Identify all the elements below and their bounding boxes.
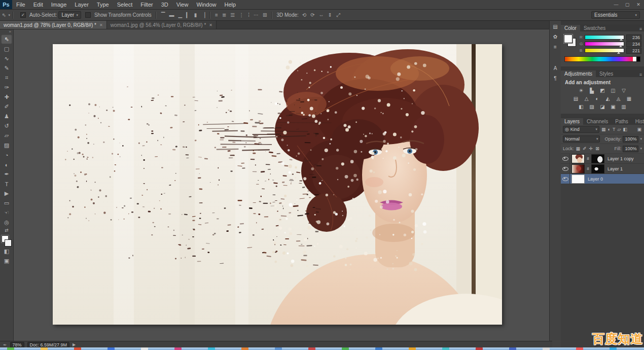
- restore-button[interactable]: ▢: [622, 0, 633, 9]
- pen-tool[interactable]: ✒: [1, 169, 12, 179]
- status-play-icon[interactable]: ▶: [73, 342, 76, 347]
- distribute-bottom-edges-icon[interactable]: ☰: [228, 12, 237, 18]
- document-tab-2[interactable]: woman1.jpg @ 56.4% (Layer 0, RGB/8#) *✕: [107, 21, 217, 29]
- auto-select-checkbox[interactable]: ✓: [20, 12, 26, 18]
- auto-align-layers-icon[interactable]: ⊞: [261, 12, 269, 18]
- lock-all-icon[interactable]: ⊠: [595, 146, 600, 151]
- layer-visibility-cell[interactable]: [561, 164, 570, 173]
- invert-icon[interactable]: ◧: [577, 103, 586, 110]
- posterize-icon[interactable]: ▨: [588, 103, 596, 110]
- filter-pixel-layers-icon[interactable]: ▦: [601, 127, 606, 132]
- taskbar-app-icon[interactable]: [576, 347, 583, 350]
- layer-thumbnail[interactable]: [571, 174, 585, 184]
- distribute-vertical-centers-icon[interactable]: ≣: [220, 12, 228, 18]
- taskbar-app-icon[interactable]: [241, 347, 248, 350]
- menu-view[interactable]: View: [172, 0, 193, 9]
- taskbar-app-icon[interactable]: [308, 347, 315, 350]
- spot-healing-brush-tool[interactable]: ✚: [1, 92, 12, 102]
- photo-filter-icon[interactable]: ◭: [603, 95, 612, 102]
- slider-track[interactable]: [585, 48, 624, 53]
- clone-stamp-tool[interactable]: ♟: [1, 112, 12, 121]
- layer-filter-toggle[interactable]: ▣: [636, 127, 642, 132]
- white-swatch[interactable]: [633, 57, 636, 61]
- layer-thumbnail[interactable]: [571, 164, 585, 173]
- black-white-icon[interactable]: ◐: [593, 95, 601, 102]
- vibrance-icon[interactable]: ▽: [620, 87, 628, 94]
- taskbar-app-icon[interactable]: [509, 347, 516, 350]
- quick-selection-tool[interactable]: ✎: [1, 63, 12, 73]
- opacity-value[interactable]: 100%: [623, 136, 638, 143]
- slider-handle[interactable]: [617, 52, 620, 54]
- path-selection-tool[interactable]: ▶: [1, 189, 12, 198]
- taskbar-app-icon[interactable]: [41, 347, 48, 350]
- color-balance-icon[interactable]: △: [582, 95, 591, 102]
- history-panel-icon[interactable]: ▤: [551, 22, 560, 31]
- panel-menu-icon[interactable]: ≡: [639, 26, 644, 31]
- styles-panel-icon[interactable]: ✿: [551, 32, 560, 41]
- eye-icon[interactable]: [562, 177, 568, 181]
- layers-tab-paths[interactable]: Paths: [612, 118, 632, 125]
- adjustments-tab-adjustments[interactable]: Adjustments: [561, 71, 596, 77]
- workspace-switcher[interactable]: Essentials ▾: [591, 11, 640, 19]
- filter-smart-objects-icon[interactable]: ◧: [622, 127, 628, 132]
- levels-icon[interactable]: ▙: [588, 87, 596, 94]
- menu-select[interactable]: Select: [113, 0, 137, 9]
- pasteboard[interactable]: [14, 29, 549, 341]
- mask-link-icon[interactable]: 8: [586, 166, 590, 171]
- brush-tool[interactable]: ✐: [1, 102, 12, 112]
- zoom-level-field[interactable]: 78%: [10, 342, 24, 348]
- brightness-contrast-icon[interactable]: ☀: [577, 87, 586, 94]
- lasso-tool[interactable]: ∿: [1, 54, 12, 63]
- layer-mask-thumbnail[interactable]: [591, 164, 604, 173]
- slider-handle[interactable]: [619, 45, 622, 47]
- close-tab-icon[interactable]: ✕: [209, 23, 212, 27]
- layer-visibility-cell[interactable]: [561, 154, 570, 163]
- align-right-edges-icon[interactable]: ▕: [199, 12, 207, 18]
- eyedropper-tool[interactable]: ✑: [1, 83, 12, 92]
- layer-visibility-cell[interactable]: [561, 174, 570, 184]
- dodge-tool[interactable]: ◐: [1, 160, 12, 169]
- gradient-tool[interactable]: ▨: [1, 141, 12, 150]
- color-tab-color[interactable]: Color: [561, 25, 580, 31]
- paragraph-panel-icon[interactable]: ¶: [551, 74, 560, 83]
- threshold-icon[interactable]: ◪: [598, 103, 607, 110]
- menu-window[interactable]: Window: [192, 0, 220, 9]
- filter-type-layers-icon[interactable]: T: [612, 127, 616, 132]
- menu-3d[interactable]: 3D: [157, 0, 172, 9]
- blend-mode-dropdown[interactable]: Normal ▾: [563, 135, 600, 143]
- move-tool[interactable]: ⇖: [1, 34, 12, 44]
- quick-mask-button[interactable]: ◧: [1, 247, 12, 256]
- taskbar-app-icon[interactable]: [409, 347, 416, 350]
- color-spectrum-ramp[interactable]: [564, 56, 640, 62]
- screen-mode-button[interactable]: ▣: [1, 256, 12, 266]
- rectangular-marquee-tool[interactable]: ▢: [1, 44, 12, 54]
- channel-value[interactable]: 221: [626, 48, 641, 54]
- show-transform-checkbox[interactable]: [85, 12, 91, 18]
- slider-track[interactable]: [585, 35, 624, 40]
- filter-shape-layers-icon[interactable]: ▱: [617, 127, 621, 132]
- adjustments-tab-styles[interactable]: Styles: [596, 71, 617, 77]
- chevron-down-icon[interactable]: ▾: [640, 147, 642, 151]
- windows-taskbar[interactable]: [0, 347, 644, 350]
- selective-color-icon[interactable]: ▣: [609, 103, 618, 110]
- taskbar-app-icon[interactable]: [476, 347, 483, 350]
- layer-row-layer-0[interactable]: Layer 0: [561, 174, 644, 184]
- layer-filter-kind-dropdown[interactable]: ◎ Kind ▾: [563, 126, 599, 133]
- history-brush-tool[interactable]: ↺: [1, 121, 12, 131]
- crop-tool[interactable]: ⌗: [1, 73, 12, 83]
- 3d-scale-icon[interactable]: ⤢: [334, 12, 342, 18]
- taskbar-app-icon[interactable]: [610, 347, 617, 350]
- hand-tool[interactable]: ☜: [1, 208, 12, 218]
- channel-value[interactable]: 234: [626, 41, 641, 47]
- hue-saturation-icon[interactable]: ▤: [571, 95, 580, 102]
- color-panel-swatches[interactable]: [564, 34, 576, 47]
- menu-help[interactable]: Help: [221, 0, 240, 9]
- layer-row-layer-1[interactable]: 8Layer 1: [561, 164, 644, 174]
- gradient-map-icon[interactable]: ▥: [620, 103, 628, 110]
- menu-image[interactable]: Image: [47, 0, 71, 9]
- background-color-swatch[interactable]: [5, 239, 12, 247]
- fill-value[interactable]: 100%: [623, 146, 638, 152]
- panel-menu-icon[interactable]: ≡: [639, 72, 644, 77]
- distribute-top-edges-icon[interactable]: ≡: [213, 12, 220, 18]
- distribute-right-edges-icon[interactable]: ⋯: [252, 12, 261, 18]
